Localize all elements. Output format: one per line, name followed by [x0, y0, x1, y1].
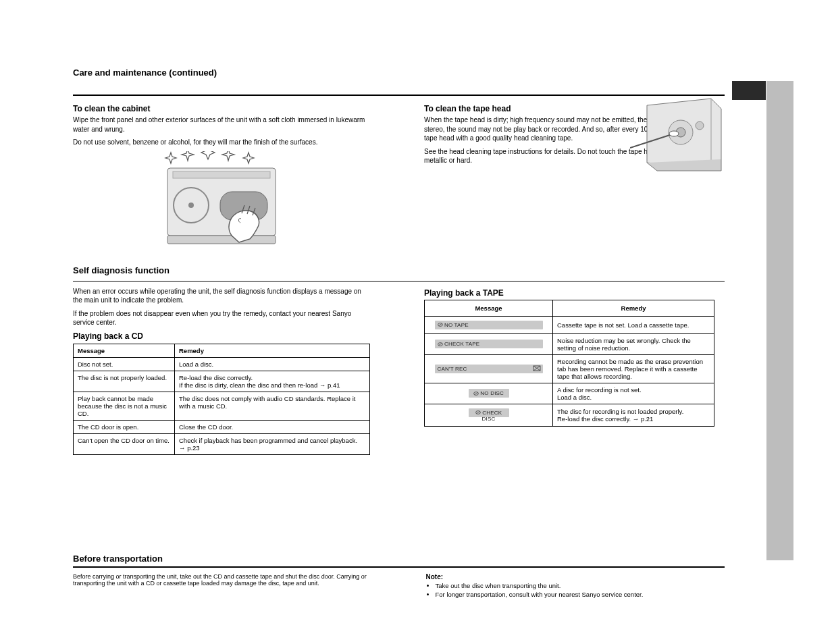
tape-th-message: Message — [425, 300, 553, 316]
list-item: Take out the disc when transporting the … — [436, 582, 725, 591]
svg-line-12 — [438, 324, 442, 326]
svg-line-21 — [476, 412, 479, 414]
lcd-display: NO TAPE — [435, 321, 543, 329]
lcd-display: NO DISC — [469, 389, 509, 398]
svg-point-4 — [188, 203, 194, 208]
tape-table-heading: Playing back a TAPE — [424, 288, 721, 298]
table-row: NO DISC A disc for recording is not set.… — [425, 383, 714, 404]
svg-point-10 — [669, 131, 679, 136]
svg-rect-2 — [173, 171, 270, 178]
tapehead-section: To clean the tape head When the tape hea… — [424, 103, 721, 256]
svg-line-19 — [475, 392, 478, 394]
cd-th-message: Message — [74, 344, 175, 357]
table-row: Play back cannot be made because the dis… — [74, 392, 370, 420]
lcd-display: CHECK TAPE — [435, 340, 543, 348]
svg-line-14 — [438, 343, 442, 345]
cabinet-heading: To clean the cabinet — [73, 104, 370, 113]
tape-th-remedy: Remedy — [553, 300, 714, 316]
tape-error-table: Message Remedy NO TAPE Cassette tape is … — [424, 300, 714, 427]
self-right-column: Playing back a TAPE Message Remedy NO TA… — [424, 287, 721, 455]
cabinet-p2: Do not use solvent, benzene or alcohol, … — [73, 138, 370, 147]
cabinet-illustration — [73, 151, 370, 256]
cd-error-table: Message Remedy Disc not set. Load a disc… — [73, 344, 370, 455]
cabinet-p1: Wipe the front panel and other exterior … — [73, 115, 370, 134]
table-row: CAN'T REC Recording cannot be made as th… — [425, 354, 714, 383]
table-row: NO TAPE Cassette tape is not set. Load a… — [425, 316, 714, 333]
table-row: Disc not set. Load a disc. — [74, 357, 370, 371]
footer-title: Before transportation — [73, 554, 725, 564]
side-chapter-tab — [732, 81, 766, 100]
lcd-display: CAN'T REC — [435, 365, 543, 373]
table-row: The disc is not properly loaded. Re-load… — [74, 371, 370, 392]
lcd-display: CHECK DISC — [469, 408, 509, 417]
svg-rect-1 — [167, 236, 276, 244]
self-intro: When an error occurs while operating the… — [73, 287, 370, 305]
table-row: CHECK DISC The disc for recording is not… — [425, 404, 714, 426]
table-row: The CD door is open. Close the CD door. — [74, 420, 370, 433]
cd-table-heading: Playing back a CD — [73, 331, 370, 341]
manual-page: Care and maintenance (continued) To clea… — [0, 0, 834, 644]
section-title-self: Self diagnosis function — [73, 265, 725, 275]
cabinet-section: To clean the cabinet Wipe the front pane… — [73, 103, 370, 256]
side-tab-bar — [766, 81, 793, 560]
self-note: If the problem does not disappear even w… — [73, 309, 370, 327]
footer-col2: Note: Take out the disc when transportin… — [426, 573, 725, 599]
self-left-column: When an error occurs while operating the… — [73, 287, 370, 455]
table-row: CHECK TAPE Noise reduction may be set wr… — [425, 333, 714, 354]
footer-note-heading: Note: — [426, 573, 725, 581]
cd-th-remedy: Remedy — [175, 344, 370, 357]
list-item: For longer transportation, consult with … — [436, 591, 725, 599]
table-row: Can't open the CD door on time. Check if… — [74, 433, 370, 454]
section-title-care: Care and maintenance (continued) — [73, 68, 725, 78]
footer-section: Before transportation Before carrying or… — [73, 554, 725, 599]
svg-point-8 — [696, 122, 704, 130]
footer-col1: Before carrying or transporting the unit… — [73, 573, 372, 599]
